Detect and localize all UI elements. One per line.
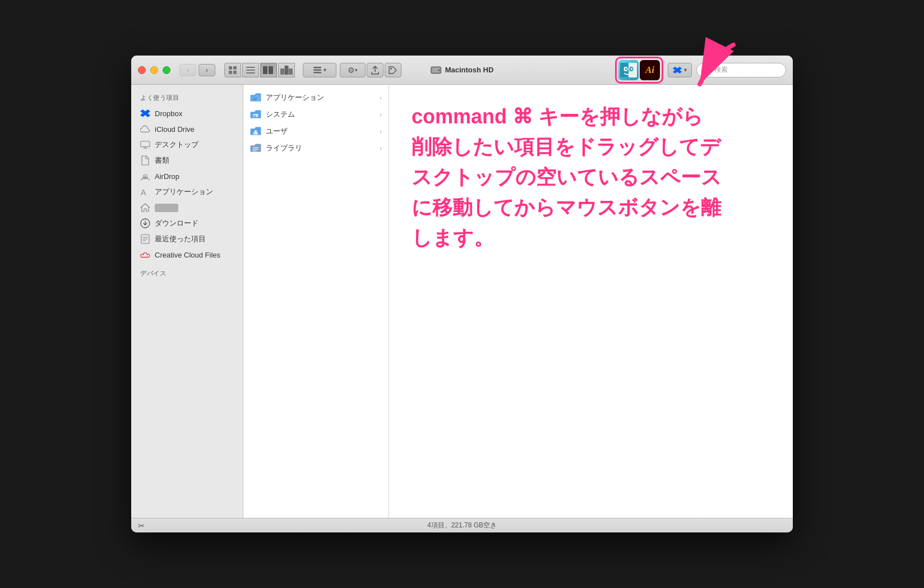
devices-section: デバイス [131, 267, 243, 281]
share-button[interactable] [367, 63, 384, 77]
svg-rect-8 [269, 66, 273, 74]
status-text: 4項目、221.78 GB空き [427, 521, 497, 530]
sidebar-documents-label: 書類 [155, 155, 169, 166]
view-controls [224, 63, 295, 77]
sidebar-item-dropbox[interactable]: Dropbox [131, 105, 243, 121]
file-chevron-users: › [380, 128, 382, 135]
sidebar-item-creative-cloud[interactable]: Creative Cloud Files [131, 247, 243, 263]
sidebar-item-recents[interactable]: 最近使った項目 [131, 231, 243, 247]
search-icon: 🔍 [703, 66, 711, 74]
main-content: よく使う項目 Dropbox iCloud Drive [131, 85, 793, 518]
file-chevron-system: › [380, 111, 382, 118]
svg-point-27 [625, 68, 627, 70]
sidebar-item-home[interactable] [131, 200, 243, 215]
svg-rect-1 [233, 66, 237, 70]
creative-cloud-icon [140, 250, 150, 260]
airdrop-icon [140, 171, 150, 181]
cover-flow-button[interactable] [278, 63, 295, 77]
minimize-button[interactable] [150, 66, 158, 74]
recents-icon [140, 234, 150, 244]
home-icon [140, 203, 150, 213]
svg-rect-5 [246, 70, 255, 71]
back-button[interactable]: ‹ [179, 64, 196, 76]
title-bar: ‹ › [131, 56, 793, 85]
sidebar-downloads-label: ダウンロード [155, 218, 198, 228]
svg-point-28 [631, 68, 632, 70]
icon-view-button[interactable] [224, 63, 241, 77]
forward-button[interactable]: › [198, 64, 215, 76]
nav-buttons: ‹ › [179, 64, 215, 76]
svg-rect-15 [313, 72, 321, 74]
folder-library-icon [250, 143, 261, 154]
file-system-name: システム [266, 109, 295, 120]
arrange-dropdown[interactable]: ▾ [303, 63, 336, 77]
list-view-button[interactable] [242, 63, 259, 77]
svg-rect-21 [432, 69, 436, 70]
svg-rect-29 [141, 141, 150, 147]
close-button[interactable] [138, 66, 146, 74]
sidebar-item-desktop[interactable]: デスクトップ [131, 137, 243, 153]
svg-rect-14 [313, 69, 321, 71]
toolbar-right: Ai ▾ 🔍 検索 [615, 57, 786, 84]
document-icon [140, 155, 150, 166]
desktop-icon [140, 140, 150, 150]
svg-rect-11 [285, 66, 289, 75]
file-item-system[interactable]: ✕ システム › [243, 106, 389, 123]
sidebar-desktop-label: デスクトップ [155, 140, 198, 150]
svg-rect-39 [253, 147, 259, 148]
file-area: AP アプリケーション › ✕ システム [243, 85, 793, 518]
maximize-button[interactable] [163, 66, 170, 74]
sidebar-item-applications[interactable]: А アプリケーション [131, 184, 243, 200]
finder-blue-icon[interactable] [618, 60, 639, 80]
folder-users-icon [250, 126, 261, 137]
devices-label: デバイス [131, 267, 243, 281]
sidebar-applications-label: アプリケーション [155, 187, 213, 197]
sidebar-item-downloads[interactable]: ダウンロード [131, 215, 243, 231]
file-item-users[interactable]: ユーザ › [243, 123, 389, 140]
svg-rect-13 [313, 67, 321, 68]
illustrator-icon[interactable]: Ai [640, 60, 660, 80]
folder-applications-icon: AP [250, 92, 261, 103]
file-applications-name: アプリケーション [266, 93, 324, 103]
column-pane-1: AP アプリケーション › ✕ システム [243, 85, 389, 518]
svg-point-19 [438, 69, 440, 71]
file-library-name: ライブラリ [266, 143, 302, 153]
svg-rect-4 [246, 67, 255, 68]
sidebar-airdrop-label: AirDrop [155, 172, 179, 181]
search-placeholder: 検索 [714, 65, 728, 75]
traffic-lights [138, 66, 170, 74]
file-item-applications[interactable]: AP アプリケーション › [243, 89, 389, 106]
svg-point-31 [145, 176, 146, 178]
file-chevron-applications: › [380, 94, 382, 101]
svg-rect-12 [289, 68, 293, 75]
sidebar: よく使う項目 Dropbox iCloud Drive [131, 85, 243, 518]
instruction-pane: command ⌘ キーを押しながら 削除したい項目をドラッグしてデ スクトップ… [389, 85, 793, 518]
download-icon [140, 218, 150, 228]
gear-action-button[interactable]: ⚙ ▾ [340, 63, 366, 77]
sidebar-dropbox-label: Dropbox [155, 109, 182, 118]
dropbox-icon [140, 108, 150, 118]
window-title: Macintosh HD [431, 66, 494, 75]
sidebar-icloud-label: iCloud Drive [155, 125, 195, 134]
sidebar-item-icloud[interactable]: iCloud Drive [131, 121, 243, 137]
svg-rect-10 [280, 68, 284, 75]
svg-rect-0 [229, 66, 232, 70]
column-view-button[interactable] [260, 63, 277, 77]
ai-icon-text: Ai [645, 65, 654, 76]
tag-button[interactable] [385, 63, 401, 77]
svg-rect-40 [253, 149, 259, 150]
sidebar-recents-label: 最近使った項目 [155, 234, 206, 244]
status-icon: ✂ [138, 521, 145, 530]
file-item-library[interactable]: ライブラリ › [243, 140, 389, 157]
file-chevron-library: › [380, 145, 382, 151]
svg-text:AP: AP [253, 97, 257, 101]
sidebar-item-airdrop[interactable]: AirDrop [131, 168, 243, 184]
svg-rect-7 [263, 66, 267, 74]
dropbox-toolbar-button[interactable]: ▾ [668, 63, 692, 77]
folder-system-icon: ✕ [250, 109, 261, 120]
sidebar-item-documents[interactable]: 書類 [131, 153, 243, 168]
highlighted-icons-group: Ai [615, 57, 663, 84]
finder-window: ‹ › [131, 56, 793, 532]
search-box[interactable]: 🔍 検索 [696, 63, 786, 77]
svg-rect-2 [229, 71, 232, 74]
